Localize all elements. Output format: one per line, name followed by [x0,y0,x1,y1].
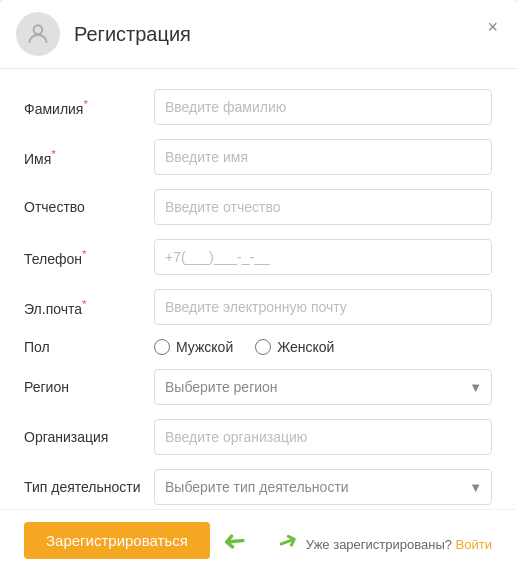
modal-header: Регистрация × [0,0,516,69]
gender-female-label[interactable]: Женской [255,339,334,355]
user-icon [25,21,51,47]
activity-select-wrapper: Выберите тип деятельности ▼ [154,469,492,505]
activity-row: Тип деятельности Выберите тип деятельнос… [24,469,492,505]
lastname-label: Фамилия* [24,97,154,117]
firstname-label: Имя* [24,147,154,167]
gender-row: Пол Мужской Женской [24,339,492,355]
gender-female-radio[interactable] [255,339,271,355]
gender-label: Пол [24,339,154,355]
region-select-wrapper: Выберите регион ▼ [154,369,492,405]
organization-input[interactable] [154,419,492,455]
register-button[interactable]: Зарегистрироваться [24,522,210,559]
region-label: Регион [24,379,154,395]
gender-male-radio[interactable] [154,339,170,355]
organization-label: Организация [24,429,154,445]
region-row: Регион Выберите регион ▼ [24,369,492,405]
arrow-left-icon: ➜ [221,523,247,558]
lastname-row: Фамилия* [24,89,492,125]
svg-point-0 [34,25,43,34]
modal-title: Регистрация [74,23,191,46]
lastname-input[interactable] [154,89,492,125]
phone-row: Телефон* [24,239,492,275]
gender-male-text: Мужской [176,339,233,355]
middlename-row: Отчество [24,189,492,225]
modal-body: Фамилия* Имя* Отчество Телефон* [0,69,516,509]
firstname-row: Имя* [24,139,492,175]
registration-modal: Регистрация × Фамилия* Имя* Отчество [0,0,516,565]
email-label: Эл.почта* [24,297,154,317]
phone-label: Телефон* [24,247,154,267]
gender-male-label[interactable]: Мужской [154,339,233,355]
footer-login-area: ➜ Уже зарегистрированы? Войти [278,527,492,555]
login-link[interactable]: Войти [456,537,492,552]
email-input[interactable] [154,289,492,325]
close-button[interactable]: × [483,14,502,40]
arrow-right-icon: ➜ [274,524,302,557]
phone-input[interactable] [154,239,492,275]
activity-select[interactable]: Выберите тип деятельности [154,469,492,505]
firstname-input[interactable] [154,139,492,175]
already-registered-text: Уже зарегистрированы? [306,537,452,552]
region-select[interactable]: Выберите регион [154,369,492,405]
modal-footer: Зарегистрироваться ➜ ➜ Уже зарегистриров… [0,509,516,565]
avatar [16,12,60,56]
gender-radio-group: Мужской Женской [154,339,492,355]
middlename-label: Отчество [24,199,154,215]
activity-label: Тип деятельности [24,479,154,495]
middlename-input[interactable] [154,189,492,225]
organization-row: Организация [24,419,492,455]
gender-female-text: Женской [277,339,334,355]
email-row: Эл.почта* [24,289,492,325]
